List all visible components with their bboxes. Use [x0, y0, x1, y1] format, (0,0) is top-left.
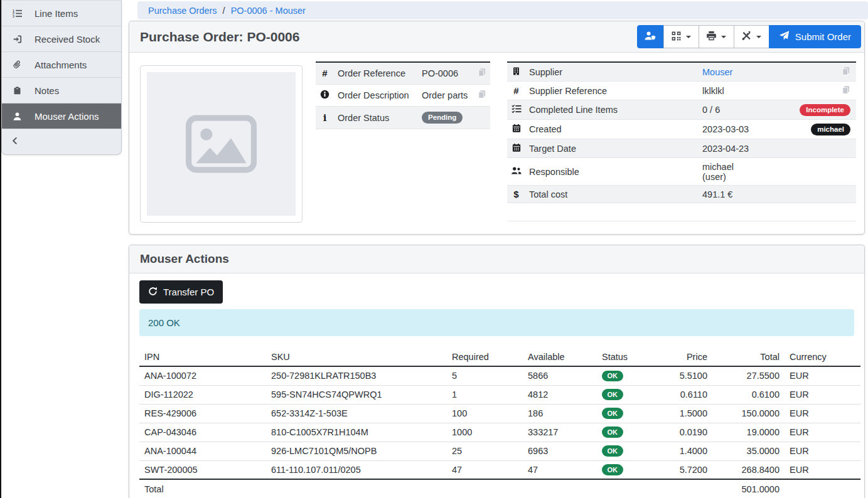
column-header-total: Total	[712, 347, 785, 366]
mouser-actions-panel: Mouser Actions Transfer PO 200 OK IPNSKU…	[129, 245, 865, 498]
column-header-status: Status	[597, 347, 656, 366]
dollar-icon: $	[507, 186, 525, 203]
cell-currency: EUR	[785, 460, 860, 479]
cell-required: 5	[447, 366, 523, 385]
chevron-down-icon	[721, 36, 726, 38]
roles-button[interactable]	[637, 25, 664, 48]
cell-sku: 652-3314Z-1-503E	[266, 404, 447, 423]
cell-ipn: SWT-200005	[139, 460, 266, 479]
cell-sku: 611-110.107.011/0205	[266, 460, 447, 479]
detail-row: SupplierMouser	[507, 62, 856, 82]
sidebar-collapse-button[interactable]	[2, 129, 121, 154]
cell-status: OK	[597, 423, 656, 442]
sidebar-item-label: Mouser Actions	[35, 111, 99, 122]
list-ol-icon: 123	[11, 9, 24, 18]
breadcrumb-link-purchase-orders[interactable]: Purchase Orders	[148, 6, 217, 16]
detail-value: 2023-03-03	[699, 120, 757, 139]
line-items-table: IPNSKURequiredAvailableStatusPriceTotalC…	[139, 347, 860, 498]
calendar-icon	[507, 120, 525, 139]
detail-label: Total cost	[525, 186, 699, 203]
copy-icon[interactable]	[478, 90, 486, 101]
ok-badge: OK	[602, 371, 623, 382]
cell-total: 150.0000	[712, 404, 785, 423]
window-edge	[0, 0, 1, 498]
detail-value: michael (user)	[699, 158, 757, 186]
footer-total-value: 501.0000	[712, 479, 785, 498]
tools-icon	[741, 31, 752, 43]
ok-badge: OK	[602, 408, 623, 419]
info-circle-icon	[316, 85, 334, 107]
status-badge: michael	[811, 124, 850, 135]
column-header-required: Required	[447, 347, 523, 366]
info-icon: i	[316, 107, 334, 129]
submit-order-button[interactable]: Submit Order	[769, 25, 861, 48]
detail-row: Responsiblemichael (user)	[507, 158, 856, 186]
cell-price: 1.4000	[656, 442, 712, 460]
column-header-available: Available	[523, 347, 597, 366]
ok-badge: OK	[602, 426, 623, 438]
status-badge: Incomplete	[800, 104, 850, 116]
sidebar-item-received-stock[interactable]: Received Stock	[2, 26, 121, 52]
order-toolbar: Submit Order	[637, 25, 861, 48]
table-row: ANA-100044926-LMC7101QM5/NOPB256963OK1.4…	[139, 442, 860, 460]
building-icon	[507, 62, 525, 82]
detail-row: iOrder StatusPending	[316, 107, 490, 129]
clipboard-icon	[11, 86, 24, 95]
detail-row	[507, 203, 856, 221]
cell-currency: EUR	[785, 423, 860, 442]
sidebar-item-mouser-actions[interactable]: Mouser Actions	[2, 103, 121, 129]
copy-icon[interactable]	[478, 68, 486, 79]
column-header-sku: SKU	[266, 347, 447, 366]
detail-label: Supplier Reference	[525, 82, 699, 100]
ok-badge: OK	[602, 389, 623, 400]
sidebar-item-line-items[interactable]: 123Line Items	[2, 1, 121, 26]
order-image-card[interactable]	[140, 65, 303, 223]
cell-available: 4812	[523, 385, 597, 404]
sidebar-item-label: Line Items	[35, 8, 78, 19]
detail-label: Order Status	[334, 107, 418, 129]
copy-icon[interactable]	[842, 85, 850, 97]
hash-icon: #	[316, 62, 334, 85]
table-header-row: IPNSKURequiredAvailableStatusPriceTotalC…	[139, 347, 860, 366]
sidebar-item-label: Attachments	[35, 60, 87, 70]
barcode-actions-button[interactable]	[663, 25, 699, 48]
cell-required: 100	[447, 404, 523, 423]
print-actions-button[interactable]	[699, 25, 734, 48]
copy-icon[interactable]	[842, 66, 850, 78]
cell-sku: 926-LMC7101QM5/NOPB	[266, 442, 447, 460]
rotate-icon	[148, 287, 158, 298]
cell-currency: EUR	[785, 385, 860, 404]
sidebar-item-notes[interactable]: Notes	[2, 78, 121, 103]
supplier-details-table: SupplierMouser#Supplier Referencelklklkl…	[507, 61, 856, 221]
column-header-ipn: IPN	[139, 347, 266, 366]
cell-currency: EUR	[785, 442, 860, 460]
table-row: RES-429006652-3314Z-1-503E100186OK1.5000…	[139, 404, 860, 423]
detail-label: Completed Line Items	[525, 100, 699, 120]
cell-ipn: ANA-100044	[139, 442, 266, 460]
detail-label: Supplier	[525, 62, 699, 82]
status-badge: Pending	[422, 112, 463, 124]
ok-badge: OK	[602, 445, 623, 457]
order-actions-button[interactable]	[734, 25, 769, 48]
cell-price: 5.5100	[656, 366, 712, 385]
cell-total: 19.0000	[712, 423, 785, 442]
user-icon	[11, 112, 24, 121]
table-row: DIG-112022595-SN74HCS74QPWRQ114812OK0.61…	[139, 385, 860, 404]
cell-required: 1	[447, 385, 523, 404]
cell-available: 5866	[523, 366, 597, 385]
cell-required: 1000	[447, 423, 523, 442]
mouser-actions-panel-header: Mouser Actions	[129, 245, 864, 273]
breadcrumb-link-current[interactable]: PO-0006 - Mouser	[231, 6, 306, 16]
table-row: SWT-200005611-110.107.011/02054747OK5.72…	[139, 460, 860, 479]
table-row: CAP-043046810-C1005X7R1H104M1000333217OK…	[139, 423, 860, 442]
transfer-po-button[interactable]: Transfer PO	[139, 280, 223, 304]
sidebar-item-attachments[interactable]: Attachments	[2, 52, 121, 78]
cell-sku: 810-C1005X7R1H104M	[266, 423, 447, 442]
sidebar-item-label: Notes	[35, 85, 59, 96]
supplier-link[interactable]: Mouser	[702, 67, 732, 77]
cell-price: 5.7200	[656, 460, 712, 479]
cell-price: 0.0190	[656, 423, 712, 442]
detail-label: Order Description	[334, 85, 418, 107]
cell-status: OK	[597, 442, 656, 460]
sidebar-nav: 123Line ItemsReceived StockAttachmentsNo…	[2, 1, 121, 129]
